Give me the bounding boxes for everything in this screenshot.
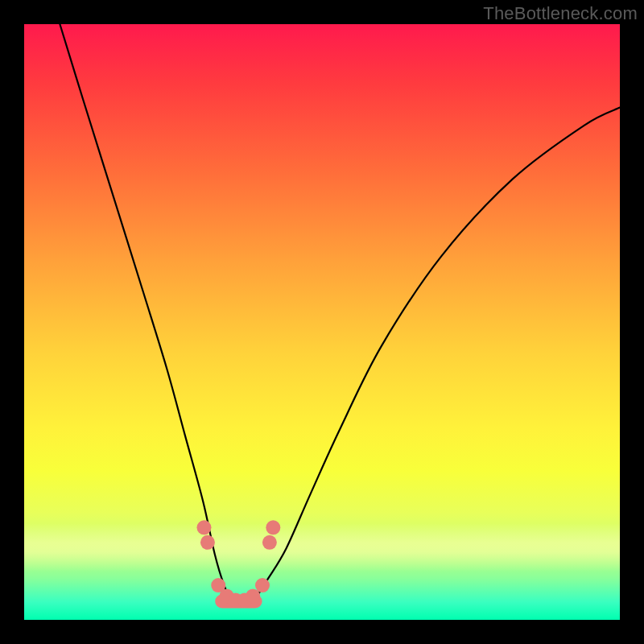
watermark-text: TheBottleneck.com bbox=[483, 3, 638, 24]
marker-dot bbox=[266, 520, 280, 535]
chart-svg bbox=[24, 24, 620, 620]
chart-plot-area bbox=[24, 24, 620, 620]
marker-dot bbox=[196, 520, 211, 535]
marker-dot bbox=[262, 535, 277, 550]
marker-dot bbox=[200, 535, 215, 550]
marker-dot bbox=[255, 578, 270, 592]
bottleneck-curve bbox=[60, 24, 620, 604]
